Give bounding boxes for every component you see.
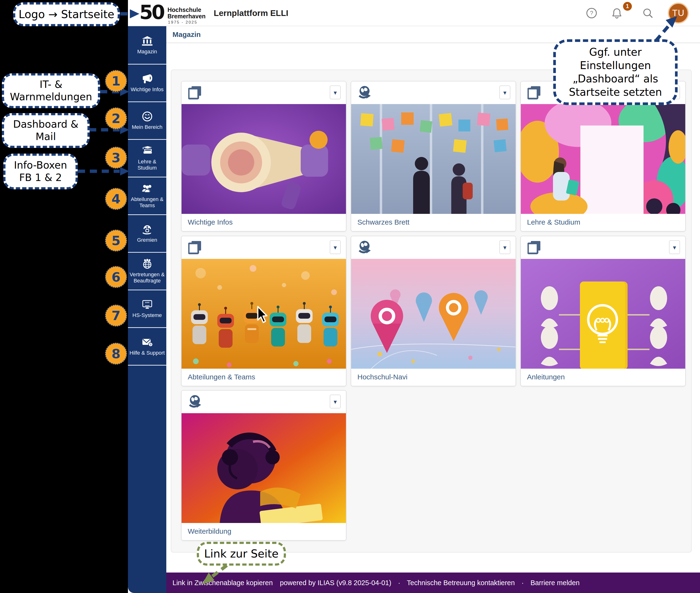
step-badge-6: 6: [105, 266, 127, 288]
sidebar-item-wichtige-infos[interactable]: Wichtige Infos: [128, 64, 166, 102]
note-link-zur-seite: Link zur Seite: [197, 542, 286, 566]
sidebar-item-gremien[interactable]: Gremien: [128, 214, 166, 252]
sidebar-item-vertretungen[interactable]: Vertretungen & Beauftragte: [128, 252, 166, 289]
sidebar-label: Magazin: [129, 49, 165, 55]
folder-icon: [527, 86, 541, 100]
caret-down-icon: ▾: [334, 398, 337, 405]
help-icon[interactable]: ?: [586, 7, 597, 19]
tile-title[interactable]: Lehre & Studium: [521, 214, 685, 231]
weblink-icon: [358, 86, 371, 100]
tile-actions-dropdown[interactable]: ▾: [330, 85, 341, 99]
logo-line1: Hochschule: [168, 6, 201, 13]
svg-text:?: ?: [150, 343, 151, 347]
tile-image-pinboard[interactable]: [351, 104, 516, 215]
tile-image-robots[interactable]: [182, 259, 346, 369]
powered-by-text: powered by ILIAS (v9.8 2025-04-01): [280, 579, 392, 587]
tile-title[interactable]: Abteilungen & Teams: [182, 369, 346, 386]
search-icon[interactable]: [642, 7, 654, 19]
sidebar-label: Hilfe & Support: [129, 350, 165, 356]
tile-schwarzes-brett: ▾ Schwarzes Brett: [351, 81, 516, 232]
folder-icon: [188, 241, 201, 254]
copy-link-button[interactable]: Link in Zwischenablage kopieren: [173, 579, 273, 587]
sidebar-label: Lehre & Studium: [129, 159, 165, 171]
tile-title[interactable]: Anleitungen: [521, 369, 685, 386]
sidebar-item-abteilungen-teams[interactable]: Abteilungen & Teams: [128, 177, 166, 214]
tile-actions-dropdown[interactable]: ▾: [330, 395, 341, 408]
tile-actions-dropdown[interactable]: ▾: [330, 240, 341, 254]
sidebar-label: Abteilungen & Teams: [129, 196, 165, 209]
folder-icon: [188, 86, 201, 100]
caret-down-icon: ▾: [503, 89, 506, 96]
notifications-bell-icon[interactable]: [611, 7, 623, 19]
sidebar-item-mein-bereich[interactable]: Mein Bereich: [128, 102, 166, 139]
tile-actions-dropdown[interactable]: ▾: [669, 240, 680, 254]
report-barrier-link[interactable]: Barriere melden: [530, 579, 580, 587]
sidebar-divider: [128, 365, 166, 365]
step-badge-7: 7: [105, 305, 127, 326]
svg-text:?: ?: [590, 10, 593, 16]
caret-down-icon: ▾: [673, 244, 676, 251]
sidebar-label: Wichtige Infos: [129, 86, 165, 93]
logo-50-mark: 50: [139, 1, 164, 24]
note-infoboxen: Info-Boxen FB 1 & 2: [3, 154, 78, 189]
tile-actions-dropdown[interactable]: ▾: [500, 240, 510, 254]
weblink-icon: [188, 395, 201, 409]
weblink-icon: [358, 241, 371, 254]
user-avatar[interactable]: TU: [668, 3, 689, 24]
breadcrumb-magazin[interactable]: Magazin: [173, 26, 200, 43]
note-dashboard-startseite: Ggf. unter Einstellungen „Dashboard“ als…: [553, 39, 677, 105]
sidebar-item-hs-systeme[interactable]: *** HS-Systeme: [128, 289, 166, 327]
committee-icon: [141, 224, 153, 235]
globe-people-icon: [141, 259, 153, 269]
logo-line2: Bremerhaven: [168, 13, 206, 19]
sidebar-item-hilfe-support[interactable]: ? Hilfe & Support: [128, 327, 166, 365]
tile-image-learner[interactable]: [182, 413, 346, 524]
sidebar-item-lehre-studium[interactable]: Lehre & Studium: [128, 139, 166, 177]
footer-separator: ·: [398, 579, 400, 587]
step-badge-4: 4: [105, 188, 127, 210]
notification-count-badge: 1: [623, 2, 632, 11]
sidebar-item-magazin[interactable]: Magazin: [128, 26, 166, 64]
sidebar-label: HS-Systeme: [129, 312, 165, 318]
tile-abteilungen-teams: ▾ Abteilungen & Teams: [181, 236, 346, 386]
step-badge-5: 5: [105, 230, 127, 251]
step-badge-1: 1: [105, 70, 127, 92]
note-dashboard-mail: Dashboard & Mail: [2, 113, 89, 148]
tile-image-map-pins[interactable]: [351, 259, 516, 369]
tile-weiterbildung: ▾ Weiterbildung: [181, 390, 346, 541]
tile-title[interactable]: Hochschul-Navi: [351, 369, 516, 386]
step-badge-2: 2: [105, 108, 127, 129]
step-badge-3: 3: [105, 147, 127, 169]
tile-image-megaphone[interactable]: [182, 104, 346, 215]
footer-separator: ·: [521, 579, 524, 587]
tile-title[interactable]: Schwarzes Brett: [351, 214, 516, 231]
monitor-icon: ***: [141, 299, 153, 310]
mail-help-icon: ?: [141, 337, 153, 348]
sidebar-label: Mein Bereich: [129, 124, 165, 130]
caret-down-icon: ▾: [503, 244, 506, 251]
books-icon: [141, 146, 153, 156]
main-sidebar: Magazin Wichtige Infos Mein Bereich Lehr…: [128, 26, 166, 593]
people-icon: [141, 183, 153, 194]
tile-anleitungen: ▾ Anleitungen: [520, 236, 686, 386]
university-logo[interactable]: 50 Hochschule Bremerhaven 1975 - 2025: [139, 1, 216, 25]
tile-wichtige-infos: ▾ Wichtige Infos: [181, 81, 346, 232]
caret-down-icon: ▾: [334, 244, 337, 251]
sidebar-label: Gremien: [129, 237, 165, 243]
note-logo-startseite: Logo → Startseite: [13, 2, 120, 26]
note-it-warnmeldungen: IT- & Warnmeldungen: [2, 73, 100, 108]
tile-actions-dropdown[interactable]: ▾: [500, 85, 510, 99]
tile-image-presentation[interactable]: [521, 104, 685, 215]
tile-title[interactable]: Weiterbildung: [182, 523, 346, 540]
smiley-icon: [141, 111, 153, 122]
tile-hochschul-navi: ▾ Hochschul-Navi: [351, 236, 516, 386]
logo-years: 1975 - 2025: [168, 20, 197, 25]
tile-image-idea-network[interactable]: [521, 259, 685, 369]
folder-icon: [527, 241, 541, 254]
bank-icon: [141, 36, 153, 46]
step-badge-8: 8: [105, 343, 127, 365]
caret-down-icon: ▾: [334, 89, 337, 96]
page-title: Lernplattform ELLI: [214, 0, 288, 26]
support-contact-link[interactable]: Technische Betreuung kontaktieren: [407, 579, 515, 587]
tile-title[interactable]: Wichtige Infos: [182, 214, 346, 231]
